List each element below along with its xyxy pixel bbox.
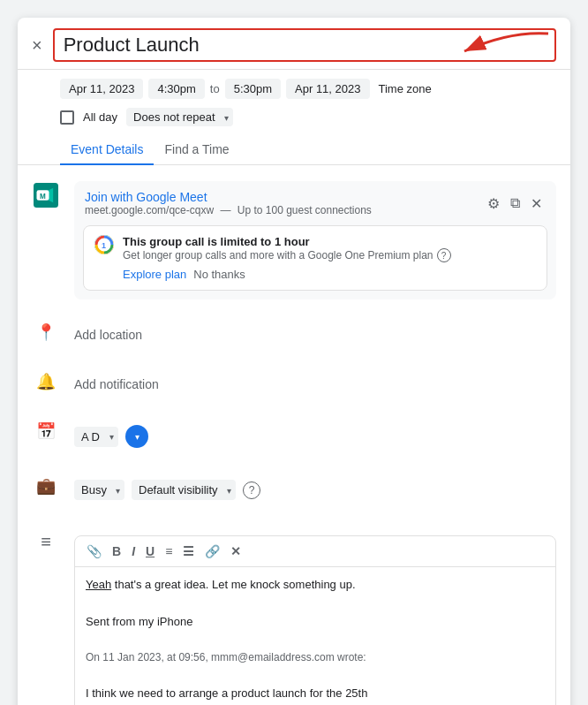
meet-sep: —: [220, 204, 230, 216]
allday-checkbox[interactable]: [60, 110, 74, 125]
description-row: ≡ 📎 B I U ≡ ☰ 🔗 ✕ Yeah that's a great id…: [32, 525, 556, 705]
calendar-row: 📅 A D ▾: [32, 414, 556, 459]
location-row: 📍 Add location: [32, 315, 556, 354]
location-content: Add location: [74, 321, 556, 349]
remove-format-button[interactable]: ✕: [226, 542, 245, 561]
notification-icon: 🔔: [32, 370, 60, 391]
status-controls: Busy Default visibility ?: [74, 474, 556, 509]
red-arrow-annotation: [456, 27, 553, 74]
svg-text:1: 1: [102, 241, 106, 250]
meet-url[interactable]: meet.google.com/qce-cqxw: [85, 204, 214, 216]
status-row: 💼 Busy Default visibility ?: [32, 469, 556, 514]
notification-section: 🔔 Add notification: [18, 354, 570, 404]
repeat-select[interactable]: Does not repeat: [126, 108, 233, 126]
calendar-controls: A D ▾: [74, 420, 556, 453]
description-icon: ≡: [32, 530, 60, 552]
meet-warning-box: 1 This group call is limited to 1 hour G…: [83, 225, 547, 291]
calendar-select-wrapper: A D: [74, 427, 118, 447]
bold-button[interactable]: B: [108, 542, 125, 561]
visibility-select-wrapper: Default visibility: [132, 480, 236, 500]
time-separator: to: [210, 82, 220, 95]
repeat-wrapper: Does not repeat: [126, 108, 233, 126]
location-icon: 📍: [32, 321, 60, 342]
warning-top: 1 This group call is limited to 1 hour G…: [94, 235, 536, 262]
underline-button[interactable]: U: [141, 542, 159, 561]
calendar-icon: 📅: [32, 420, 60, 441]
meet-row: M Join with Google Meet meet.google.com/…: [32, 176, 556, 305]
ordered-list-button[interactable]: ≡: [161, 542, 177, 561]
description-text[interactable]: Yeah that's a great idea. Let me knock s…: [75, 567, 555, 705]
meet-capacity: Up to 100 guest connections: [237, 204, 372, 216]
meet-join-link[interactable]: Join with Google Meet: [85, 190, 477, 204]
allday-label: All day: [83, 110, 117, 124]
meet-close-button[interactable]: ✕: [527, 192, 546, 216]
meet-copy-button[interactable]: ⧉: [507, 192, 524, 215]
desc-email-body: I think we need to arrange a product lau…: [86, 685, 545, 703]
calendar-controls-row: A D ▾: [74, 420, 556, 453]
busy-select-wrapper: Busy: [74, 480, 124, 500]
event-editor-card: × Product Launch Apr 11, 2023 4:30pm to …: [18, 18, 570, 705]
meet-info: Join with Google Meet meet.google.com/qc…: [85, 190, 477, 216]
add-location-field[interactable]: Add location: [74, 321, 556, 349]
status-controls-row: Busy Default visibility ?: [74, 474, 556, 509]
unordered-list-button[interactable]: ☰: [178, 542, 199, 561]
description-box: 📎 B I U ≡ ☰ 🔗 ✕ Yeah that's a great idea…: [74, 535, 556, 705]
meet-icon: M: [32, 181, 60, 208]
timezone-link[interactable]: Time zone: [379, 82, 432, 95]
meet-content: Join with Google Meet meet.google.com/qc…: [74, 181, 556, 299]
google-meet-logo: M: [34, 183, 58, 208]
tabs-bar: Event Details Find a Time: [18, 135, 570, 165]
color-picker-button[interactable]: ▾: [125, 425, 148, 448]
color-dropdown-icon: ▾: [135, 432, 139, 442]
svg-text:M: M: [40, 193, 46, 201]
help-button[interactable]: ?: [243, 481, 260, 499]
description-section: ≡ 📎 B I U ≡ ☰ 🔗 ✕ Yeah that's a great id…: [18, 514, 570, 705]
busy-select[interactable]: Busy: [74, 480, 124, 500]
warning-desc: Get longer group calls and more with a G…: [123, 248, 536, 262]
start-time-chip[interactable]: 4:30pm: [148, 79, 204, 99]
briefcase-icon: 💼: [32, 474, 60, 496]
warning-title: This group call is limited to 1 hour: [123, 235, 536, 248]
meet-details: meet.google.com/qce-cqxw — Up to 100 gue…: [85, 204, 477, 216]
datetime-row: Apr 11, 2023 4:30pm to 5:30pm Apr 11, 20…: [18, 70, 570, 108]
end-time-chip[interactable]: 5:30pm: [225, 79, 281, 99]
meet-settings-button[interactable]: ⚙: [484, 192, 503, 216]
notification-row: 🔔 Add notification: [32, 365, 556, 404]
meet-header: Join with Google Meet meet.google.com/qc…: [74, 181, 556, 225]
event-header: × Product Launch: [18, 18, 570, 70]
explore-plan-link[interactable]: Explore plan: [123, 268, 186, 281]
description-toolbar: 📎 B I U ≡ ☰ 🔗 ✕: [75, 536, 555, 567]
close-button[interactable]: ×: [32, 36, 42, 54]
attach-button[interactable]: 📎: [82, 542, 106, 561]
end-date-chip[interactable]: Apr 11, 2023: [286, 79, 369, 99]
desc-line1-rest: that's a great idea. Let me knock someth…: [111, 578, 355, 591]
tab-event-details[interactable]: Event Details: [60, 135, 154, 165]
calendar-owner-select[interactable]: A D: [74, 427, 118, 447]
description-content: 📎 B I U ≡ ☰ 🔗 ✕ Yeah that's a great idea…: [74, 530, 556, 705]
tab-find-time[interactable]: Find a Time: [154, 135, 239, 165]
no-thanks-button[interactable]: No thanks: [193, 268, 245, 281]
google-one-icon: 1: [94, 235, 114, 254]
calendar-section: 📅 A D ▾: [18, 404, 570, 459]
desc-sent-from: Sent from my iPhone: [86, 613, 545, 632]
allday-row: All day Does not repeat: [18, 108, 570, 135]
meet-container: Join with Google Meet meet.google.com/qc…: [74, 181, 556, 299]
visibility-select[interactable]: Default visibility: [132, 480, 236, 500]
italic-button[interactable]: I: [127, 542, 139, 561]
warning-links: Explore plan No thanks: [94, 268, 536, 281]
meet-section: M Join with Google Meet meet.google.com/…: [18, 165, 570, 305]
start-date-chip[interactable]: Apr 11, 2023: [60, 79, 143, 99]
link-button[interactable]: 🔗: [200, 542, 224, 561]
warning-text: This group call is limited to 1 hour Get…: [123, 235, 536, 262]
add-notification-field[interactable]: Add notification: [74, 370, 556, 398]
location-section: 📍 Add location: [18, 305, 570, 354]
status-section: 💼 Busy Default visibility ?: [18, 459, 570, 514]
notification-content: Add notification: [74, 370, 556, 398]
meet-actions: ⚙ ⧉ ✕: [484, 192, 546, 216]
desc-yeah: Yeah: [86, 578, 111, 591]
desc-email-meta: On 11 Jan 2023, at 09:56, mmm@emailaddre…: [86, 649, 545, 666]
help-icon[interactable]: ?: [437, 248, 451, 262]
